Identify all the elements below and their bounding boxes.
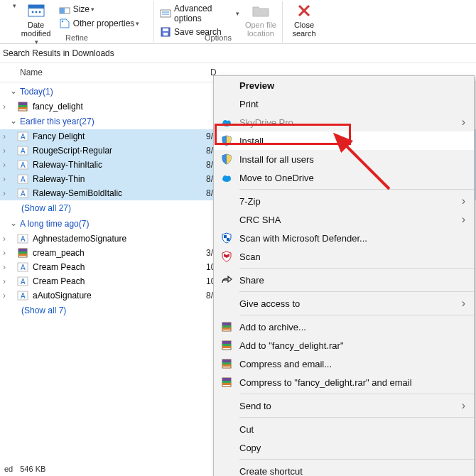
advanced-options-button[interactable]: Advanced options▾: [157, 2, 242, 25]
expand-icon[interactable]: ›: [0, 276, 10, 286]
size-button[interactable]: Size▾: [56, 2, 143, 16]
menu-item[interactable]: Share: [214, 271, 474, 289]
svg-text:A: A: [21, 133, 26, 141]
menu-item[interactable]: Install: [214, 131, 474, 150]
menu-item[interactable]: Move to OneDrive: [214, 168, 474, 187]
font-icon: A: [17, 290, 28, 301]
svg-point-4: [38, 11, 40, 13]
rar-icon: [220, 340, 234, 351]
svg-rect-13: [163, 28, 168, 31]
svg-point-44: [223, 120, 227, 124]
blank-icon: [220, 195, 234, 207]
breadcrumb[interactable]: Search Results in Downloads: [0, 44, 476, 63]
status-size: 546 KB: [20, 465, 45, 473]
menu-item: SkyDrive Pro›: [214, 113, 474, 131]
font-icon: A: [17, 145, 28, 156]
menu-item[interactable]: Send to›: [214, 396, 474, 415]
svg-rect-56: [222, 341, 231, 344]
file-name: Cream Peach: [33, 276, 206, 286]
menu-item-label: Add to archive...: [239, 322, 465, 332]
svg-rect-9: [161, 10, 171, 17]
menu-separator: [239, 268, 474, 269]
svg-rect-53: [222, 325, 231, 328]
context-menu: PreviewPrintSkyDrive Pro›InstallInstall …: [213, 75, 475, 476]
blank-icon: [220, 423, 234, 435]
size-icon: [59, 4, 70, 15]
menu-item[interactable]: CRC SHA›: [214, 210, 474, 229]
file-name: cream_peach: [33, 248, 206, 258]
menu-item[interactable]: Create shortcut: [214, 462, 474, 476]
shield-icon: [220, 135, 234, 146]
menu-item[interactable]: Scan: [214, 247, 474, 266]
svg-rect-65: [222, 381, 231, 383]
shield-icon: [220, 153, 234, 165]
group-count: (27): [79, 117, 94, 126]
svg-text:A: A: [21, 175, 26, 183]
svg-text:A: A: [21, 235, 26, 243]
ribbon-group-refine: Refine: [3, 32, 151, 42]
group-title: Today: [20, 87, 43, 97]
expand-icon[interactable]: ›: [0, 131, 10, 141]
menu-item[interactable]: Compress to "fancy_delight.rar" and emai…: [214, 373, 474, 391]
submenu-arrow-icon: ›: [462, 213, 465, 226]
expand-icon[interactable]: ›: [0, 188, 10, 198]
folder-open-icon: [251, 2, 271, 19]
menu-item-label: Scan with Microsoft Defender...: [239, 233, 465, 244]
cloud-blue-icon: [220, 117, 234, 128]
expand-icon[interactable]: ›: [0, 146, 10, 156]
expand-icon[interactable]: ›: [0, 291, 10, 301]
svg-point-48: [227, 176, 231, 180]
share-icon: [220, 274, 234, 286]
file-name: aAutoSignature: [33, 291, 206, 301]
svg-point-45: [227, 121, 231, 124]
menu-item[interactable]: Add to "fancy_delight.rar": [214, 336, 474, 355]
group-count: (1): [43, 87, 53, 97]
menu-item[interactable]: Copy: [214, 438, 474, 457]
menu-item-label: Install for all users: [239, 154, 465, 165]
svg-text:A: A: [21, 292, 26, 300]
menu-item[interactable]: Scan with Microsoft Defender...: [214, 229, 474, 247]
column-name[interactable]: Name: [0, 63, 206, 82]
menu-item[interactable]: Preview: [214, 76, 474, 94]
expand-icon[interactable]: ›: [0, 248, 10, 258]
menu-item[interactable]: Install for all users: [214, 150, 474, 168]
svg-marker-7: [60, 19, 69, 28]
expand-icon[interactable]: ›: [0, 174, 10, 184]
expand-icon[interactable]: ›: [0, 234, 10, 244]
ribbon: ▾ Date modified ▾ Size▾: [0, 0, 476, 44]
svg-text:A: A: [21, 278, 26, 286]
expand-icon[interactable]: ›: [0, 160, 10, 170]
font-icon: A: [17, 159, 28, 171]
menu-item[interactable]: Print: [214, 94, 474, 113]
svg-text:A: A: [21, 161, 26, 169]
chevron-down-icon: ⌄: [10, 218, 18, 228]
blank-icon: [220, 214, 234, 225]
svg-point-8: [61, 21, 63, 22]
blank-icon: [220, 298, 234, 309]
menu-separator: [239, 394, 474, 394]
submenu-arrow-icon: ›: [462, 116, 465, 129]
menu-item[interactable]: Add to archive...: [214, 318, 474, 336]
menu-item-label: Compress and email...: [239, 359, 465, 369]
svg-rect-62: [222, 364, 231, 367]
menu-item[interactable]: 7-Zip›: [214, 192, 474, 210]
expand-icon[interactable]: ›: [0, 102, 10, 112]
other-properties-button[interactable]: Other properties▾: [56, 16, 143, 31]
ribbon-group-options: Options: [157, 32, 279, 42]
font-icon: A: [17, 188, 28, 199]
file-name: AghnestademoSignature: [33, 234, 206, 244]
menu-item[interactable]: Compress and email...: [214, 355, 474, 373]
menu-item-label: Send to: [239, 401, 462, 411]
file-name: Fancy Delight: [33, 131, 206, 141]
menu-item[interactable]: Cut: [214, 420, 474, 438]
file-name: Cream Peach: [33, 262, 206, 272]
svg-rect-60: [222, 359, 231, 362]
blank-icon: [220, 465, 234, 476]
options-icon: [160, 8, 171, 19]
tag-icon: [59, 18, 70, 29]
svg-rect-49: [224, 235, 227, 238]
status-bar: ed 546 KB: [0, 462, 53, 476]
cloud-blue-icon: [220, 172, 234, 183]
expand-icon[interactable]: ›: [0, 262, 10, 272]
menu-item[interactable]: Give access to›: [214, 294, 474, 313]
